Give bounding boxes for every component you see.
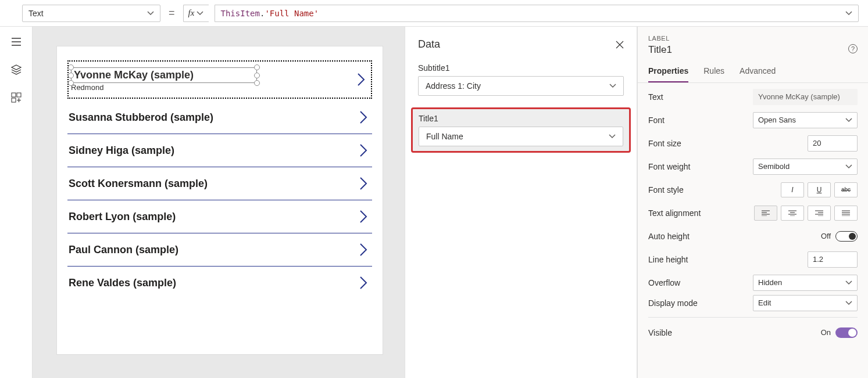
close-icon[interactable] <box>616 41 624 49</box>
help-icon[interactable]: ? <box>848 44 858 53</box>
italic-button[interactable]: I <box>781 182 804 197</box>
gallery-item-title: Sidney Higa (sample) <box>69 145 174 157</box>
gallery-item[interactable]: Rene Valdes (sample) <box>67 267 372 299</box>
prop-font-label: Font <box>648 116 665 125</box>
tab-properties[interactable]: Properties <box>648 66 688 82</box>
prop-overflow-select[interactable]: Hidden <box>753 275 858 291</box>
prop-text-value[interactable]: Yvonne McKay (sample) <box>753 89 858 105</box>
property-selector[interactable]: Text <box>22 5 160 22</box>
align-right-icon <box>815 210 823 216</box>
prop-fontstyle-group: I U abc <box>781 182 858 197</box>
align-left-button[interactable] <box>754 206 777 221</box>
formula-input[interactable]: ThisItem.'Full Name' <box>215 5 859 22</box>
gallery-item-subtitle[interactable]: Redmond <box>71 83 356 92</box>
data-panel: Data Subtitle1 Address 1: City Title1 Fu… <box>405 27 637 378</box>
chevron-down-icon <box>845 117 852 124</box>
chevron-right-icon[interactable] <box>358 242 369 258</box>
gallery-item[interactable]: Susanna Stubberod (sample) <box>67 101 372 134</box>
gallery-item-title: Robert Lyon (sample) <box>69 211 176 223</box>
resize-handle[interactable] <box>68 80 74 86</box>
prop-display-select[interactable]: Edit <box>753 295 858 311</box>
gallery-item-title: Rene Valdes (sample) <box>69 277 176 289</box>
align-center-button[interactable] <box>781 206 804 221</box>
strike-button[interactable]: abc <box>834 182 858 197</box>
prop-lineheight-label: Line height <box>648 255 688 264</box>
chevron-down-icon <box>197 10 203 17</box>
chevron-down-icon <box>609 82 616 89</box>
left-rail <box>0 27 33 378</box>
prop-display-label: Display mode <box>648 298 698 308</box>
prop-text-label: Text <box>648 92 663 102</box>
gallery-item[interactable]: Paul Cannon (sample) <box>67 233 372 267</box>
chevron-right-icon[interactable] <box>358 142 369 159</box>
subtitle-field-group: Subtitle1 Address 1: City <box>418 60 624 99</box>
tab-rules[interactable]: Rules <box>703 66 724 82</box>
visible-toggle[interactable] <box>835 327 858 338</box>
gallery-item-title: Susanna Stubberod (sample) <box>69 111 213 124</box>
prop-autoheight-label: Auto height <box>648 232 690 241</box>
svg-rect-0 <box>12 93 16 97</box>
formula-bar: Text = fx ThisItem.'Full Name' <box>0 0 868 27</box>
equals-sign: = <box>166 7 177 19</box>
gallery-item[interactable]: Scott Konersmann (sample) <box>67 167 372 200</box>
props-tabs: Properties Rules Advanced <box>638 58 868 83</box>
chevron-down-icon <box>845 300 852 307</box>
gallery-item-selected[interactable]: Yvonne McKay (sample) Redmond <box>67 60 372 99</box>
prop-fontsize-input[interactable]: 20 <box>808 135 858 152</box>
chevron-down-icon <box>845 279 852 286</box>
resize-handle[interactable] <box>254 80 260 86</box>
align-justify-icon <box>842 210 850 216</box>
gallery-item[interactable]: Sidney Higa (sample) <box>67 134 372 167</box>
insert-icon[interactable] <box>10 92 22 103</box>
chevron-right-icon[interactable] <box>358 208 369 225</box>
subtitle-label: Subtitle1 <box>418 63 624 73</box>
chevron-down-icon <box>845 163 852 170</box>
chevron-down-icon[interactable] <box>845 10 852 17</box>
resize-handle[interactable] <box>68 73 74 78</box>
gallery-item-title: Scott Konersmann (sample) <box>69 178 208 190</box>
svg-rect-1 <box>17 93 21 97</box>
control-name[interactable]: Title1 <box>648 44 672 56</box>
chevron-right-icon[interactable] <box>356 71 366 88</box>
formula-text: ThisItem.'Full Name' <box>221 9 319 18</box>
chevron-right-icon[interactable] <box>358 275 369 291</box>
chevron-right-icon[interactable] <box>358 109 369 125</box>
screen-preview: Yvonne McKay (sample) Redmond S <box>57 46 383 354</box>
tab-advanced[interactable]: Advanced <box>740 66 776 82</box>
align-right-button[interactable] <box>808 206 831 221</box>
title-field-group-highlighted: Title1 Full Name <box>411 107 631 153</box>
property-selector-value: Text <box>28 9 44 18</box>
svg-rect-2 <box>12 98 16 102</box>
layers-icon[interactable] <box>10 64 22 75</box>
prop-fontsize-label: Font size <box>648 139 681 148</box>
chevron-down-icon <box>147 10 154 17</box>
chevron-right-icon[interactable] <box>358 175 369 192</box>
gallery-item-title: Paul Cannon (sample) <box>69 244 178 256</box>
resize-handle[interactable] <box>68 64 74 70</box>
resize-handle[interactable] <box>254 73 260 78</box>
gallery-item-title[interactable]: Yvonne McKay (sample) <box>74 69 194 81</box>
prop-overflow-label: Overflow <box>648 278 680 287</box>
title-select[interactable]: Full Name <box>419 127 623 146</box>
autoheight-toggle[interactable] <box>835 231 858 242</box>
fx-icon: fx <box>188 8 195 18</box>
canvas[interactable]: Yvonne McKay (sample) Redmond S <box>33 27 405 378</box>
align-center-icon <box>788 210 796 216</box>
hamburger-icon[interactable] <box>10 36 22 48</box>
prop-align-group <box>754 206 858 221</box>
align-justify-button[interactable] <box>834 206 858 221</box>
gallery-item[interactable]: Robert Lyon (sample) <box>67 200 372 233</box>
prop-lineheight-input[interactable]: 1.2 <box>808 251 858 268</box>
subtitle-select[interactable]: Address 1: City <box>418 76 624 96</box>
properties-panel: LABEL Title1 ? Properties Rules Advanced… <box>637 27 868 378</box>
resize-handle[interactable] <box>254 64 260 70</box>
prop-font-select[interactable]: Open Sans <box>753 112 858 128</box>
align-left-icon <box>762 210 770 216</box>
fx-button[interactable]: fx <box>183 5 209 22</box>
prop-align-label: Text alignment <box>648 208 701 218</box>
prop-visible-label: Visible <box>648 328 672 337</box>
data-panel-title: Data <box>418 38 440 51</box>
prop-fontweight-label: Font weight <box>648 162 690 171</box>
prop-fontweight-select[interactable]: Semibold <box>753 159 858 175</box>
underline-button[interactable]: U <box>808 182 831 197</box>
